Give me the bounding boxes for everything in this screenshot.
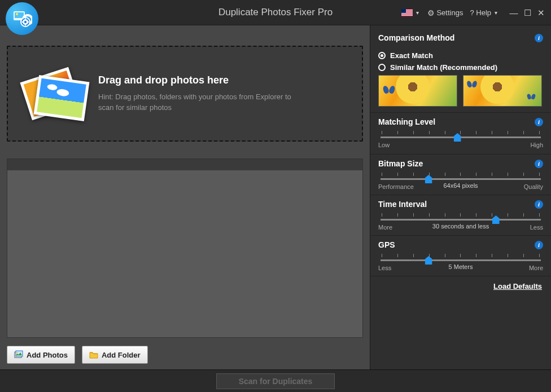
folder-icon	[89, 350, 98, 359]
add-photos-button[interactable]: Add Photos	[7, 346, 75, 364]
gps-slider[interactable]	[381, 254, 541, 261]
close-button[interactable]: ✕	[534, 7, 548, 19]
slider-high-label: More	[529, 265, 543, 271]
time-value-label: 30 seconds and less	[378, 223, 543, 230]
info-icon[interactable]: i	[535, 34, 543, 42]
slider-handle[interactable]	[425, 256, 432, 265]
title-bar: Duplicate Photos Fixer Pro ▾ ⚙Settings ?…	[0, 0, 551, 25]
svg-point-7	[17, 352, 19, 354]
help-label: ? Help	[470, 8, 491, 17]
slider-high-label: Less	[530, 224, 543, 231]
chevron-down-icon: ▾	[414, 10, 421, 16]
radio-icon	[378, 64, 386, 71]
images-icon	[14, 350, 23, 359]
minimize-button[interactable]: —	[507, 7, 521, 19]
radio-exact-label: Exact Match	[390, 51, 433, 60]
radio-similar-label: Similar Match (Recommended)	[390, 63, 497, 72]
info-icon[interactable]: i	[535, 241, 543, 249]
left-pane: Drag and drop photos here Hint: Drag pho…	[0, 25, 370, 369]
add-folder-label: Add Folder	[102, 351, 141, 359]
slider-low-label: Less	[378, 265, 391, 271]
matching-title: Matching Level	[378, 117, 435, 126]
slider-handle[interactable]	[454, 133, 461, 142]
radio-similar-match[interactable]: Similar Match (Recommended)	[378, 63, 543, 72]
gps-section: GPSi LessMore 5 Meters	[370, 236, 551, 276]
gps-value-label: 5 Meters	[378, 263, 543, 270]
slider-handle[interactable]	[425, 175, 432, 183]
dropzone-heading: Drag and drop photos here	[98, 74, 301, 86]
list-header	[7, 159, 362, 170]
info-icon[interactable]: i	[535, 118, 543, 126]
matching-level-slider[interactable]	[381, 131, 541, 138]
radio-icon	[378, 52, 386, 59]
svg-point-2	[16, 13, 18, 15]
time-interval-slider[interactable]	[381, 213, 541, 221]
photo-list-area	[7, 158, 363, 338]
maximize-button[interactable]: ☐	[521, 7, 534, 19]
bitmap-size-section: Bitmap Sizei PerformanceQuality 64x64 pi…	[370, 155, 551, 195]
comparison-title: Comparison Method	[378, 33, 454, 42]
time-title: Time Interval	[378, 200, 427, 209]
slider-high-label: Quality	[524, 183, 543, 190]
svg-point-4	[24, 21, 27, 23]
preview-thumbnail	[463, 75, 542, 107]
dropzone-hint: Hint: Drag photos, folders with your pho…	[98, 92, 301, 112]
app-logo-icon	[6, 2, 38, 35]
load-defaults-link[interactable]: Load Defaults	[370, 276, 551, 296]
settings-label: Settings	[436, 8, 463, 17]
scan-button[interactable]: Scan for Duplicates	[216, 373, 335, 389]
radio-exact-match[interactable]: Exact Match	[378, 51, 543, 60]
settings-panel: Comparison Methodi Exact Match Similar M…	[370, 25, 551, 369]
gps-title: GPS	[378, 240, 395, 249]
comparison-section: Comparison Methodi Exact Match Similar M…	[370, 25, 551, 113]
add-folder-button[interactable]: Add Folder	[82, 346, 148, 364]
svg-rect-6	[16, 351, 23, 356]
slider-low-label: More	[378, 224, 392, 231]
slider-high-label: High	[530, 142, 543, 148]
slider-handle[interactable]	[492, 215, 500, 224]
drop-zone[interactable]: Drag and drop photos here Hint: Drag pho…	[7, 46, 363, 142]
app-title: Duplicate Photos Fixer Pro	[218, 7, 333, 18]
info-icon[interactable]: i	[535, 160, 543, 168]
bottom-bar: Scan for Duplicates	[0, 369, 551, 392]
help-button[interactable]: ? Help▾	[467, 8, 501, 17]
bitmap-title: Bitmap Size	[378, 159, 423, 168]
slider-low-label: Performance	[378, 183, 414, 190]
gear-icon: ⚙	[427, 8, 435, 17]
photos-illustration-icon	[19, 63, 87, 125]
info-icon[interactable]: i	[535, 200, 543, 209]
add-photos-label: Add Photos	[27, 351, 68, 359]
matching-level-section: Matching Leveli LowHigh	[370, 113, 551, 155]
chevron-down-icon: ▾	[493, 10, 499, 16]
bitmap-size-slider[interactable]	[381, 173, 541, 180]
settings-button[interactable]: ⚙Settings	[425, 8, 465, 17]
time-interval-section: Time Intervali MoreLess 30 seconds and l…	[370, 195, 551, 236]
svg-rect-1	[15, 12, 24, 18]
slider-low-label: Low	[378, 142, 390, 148]
us-flag-icon	[401, 9, 413, 16]
language-selector[interactable]: ▾	[399, 9, 423, 16]
preview-thumbnail	[378, 75, 457, 107]
